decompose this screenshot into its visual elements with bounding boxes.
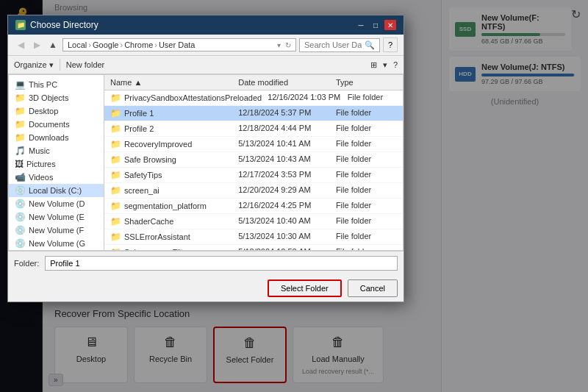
organize-label: Organize ▾ (14, 60, 54, 70)
tree-item-local-c[interactable]: 💿 Local Disk (C:) (9, 184, 104, 197)
dialog-title-text: Choose Directory (30, 20, 98, 30)
file-date-9: 5/13/2024 10:30 AM (235, 230, 333, 243)
file-row-0[interactable]: 📁 PrivacySandboxAttestationsPreloaded 12… (104, 90, 403, 106)
back-button[interactable]: ◀ (14, 38, 27, 51)
tree-item-desktop[interactable]: 📁 Desktop (9, 104, 104, 118)
tree-icon-docs: 📁 (15, 119, 26, 129)
file-type-7: File folder (333, 199, 400, 213)
file-name-4: Safe Browsing (124, 155, 176, 164)
tree-item-vol-d[interactable]: 💿 New Volume (D (9, 197, 104, 210)
file-list-panel: Name ▲ Date modified Type 📁 PrivacySandb… (104, 75, 403, 250)
file-cell-name-6: 📁 screen_ai (107, 184, 235, 197)
file-type-9: File folder (333, 230, 400, 243)
file-browser: 💻 This PC 📁 3D Objects 📁 Desktop 📁 Docum… (8, 74, 404, 251)
tree-icon-pictures: 🖼 (15, 159, 24, 169)
file-type-6: File folder (333, 184, 400, 197)
file-type-10: File folder (333, 246, 400, 250)
folder-icon-3: 📁 (110, 139, 121, 149)
maximize-button[interactable]: □ (370, 20, 381, 30)
refresh-small-icon: ↻ (285, 41, 291, 49)
file-date-10: 5/13/2024 10:50 AM (235, 246, 333, 250)
col-type[interactable]: Type (333, 76, 400, 88)
action-row: Select Folder Cancel (8, 275, 404, 302)
new-folder-label: New folder (66, 60, 105, 69)
col-name-label: Name (110, 78, 132, 87)
tree-icon-vol-d: 💿 (15, 199, 26, 209)
file-name-10: Subresource Filter (124, 248, 190, 250)
select-folder-button[interactable]: Select Folder (268, 279, 342, 297)
search-box[interactable]: 🔍 (299, 38, 380, 52)
file-date-1: 12/18/2024 5:37 PM (235, 107, 333, 120)
tree-item-videos[interactable]: 📹 Videos (9, 171, 104, 184)
folder-icon-0: 📁 (110, 93, 121, 103)
tree-item-downloads[interactable]: 📁 Downloads (9, 131, 104, 144)
view-button[interactable]: ⊞ (370, 60, 377, 70)
breadcrumb-bar[interactable]: Local › Google › Chrome › User Data ▾ ↻ (62, 38, 296, 51)
file-row-8[interactable]: 📁 ShaderCache 5/13/2024 10:40 AM File fo… (104, 214, 403, 229)
tree-item-music[interactable]: 🎵 Music (9, 144, 104, 157)
tree-item-vol-f[interactable]: 💿 New Volume (F (9, 224, 104, 237)
file-date-7: 12/16/2024 4:25 PM (235, 199, 333, 213)
folder-input[interactable] (45, 256, 398, 271)
tree-label-videos: Videos (29, 173, 53, 182)
tree-item-3d[interactable]: 📁 3D Objects (9, 91, 104, 104)
file-row-9[interactable]: 📁 SSLErrorAssistant 5/13/2024 10:30 AM F… (104, 229, 403, 245)
file-cell-name-10: 📁 Subresource Filter (107, 246, 235, 250)
file-name-9: SSLErrorAssistant (124, 232, 190, 241)
close-button[interactable]: ✕ (384, 20, 396, 30)
folder-label: Folder: (14, 259, 39, 268)
file-name-8: ShaderCache (124, 217, 173, 226)
file-cell-name-3: 📁 RecoveryImproved (107, 138, 235, 151)
folder-icon-10: 📁 (110, 247, 121, 250)
file-name-0: PrivacySandboxAttestationsPreloaded (124, 93, 262, 102)
breadcrumb-sep-1: › (120, 40, 123, 49)
forward-button[interactable]: ▶ (30, 38, 43, 51)
file-row-10[interactable]: 📁 Subresource Filter 5/13/2024 10:50 AM … (104, 245, 403, 250)
tree-label-vol-e: New Volume (E (29, 213, 85, 221)
folder-icon-8: 📁 (110, 216, 121, 227)
organize-button[interactable]: Organize ▾ (14, 60, 54, 70)
tree-icon-local-c: 💿 (15, 185, 26, 196)
file-row-1[interactable]: 📁 Profile 1 12/18/2024 5:37 PM File fold… (104, 106, 403, 121)
col-date[interactable]: Date modified (235, 76, 333, 88)
help-button[interactable]: ? (383, 38, 398, 52)
file-row-7[interactable]: 📁 segmentation_platform 12/16/2024 4:25 … (104, 199, 403, 214)
search-input[interactable] (304, 40, 362, 49)
col-name[interactable]: Name ▲ (107, 76, 235, 88)
up-button[interactable]: ▲ (46, 38, 60, 51)
breadcrumb-sep-2: › (154, 40, 157, 49)
tree-item-vol-g[interactable]: 💿 New Volume (G (9, 237, 104, 250)
file-row-6[interactable]: 📁 screen_ai 12/20/2024 9:29 AM File fold… (104, 183, 403, 199)
help-info-button[interactable]: ? (393, 60, 398, 69)
new-folder-button[interactable]: New folder (66, 60, 105, 69)
file-list-header: Name ▲ Date modified Type (104, 75, 403, 90)
file-name-5: SafetyTips (124, 171, 162, 179)
tree-label-desktop: Desktop (29, 107, 58, 115)
file-row-3[interactable]: 📁 RecoveryImproved 5/13/2024 10:41 AM Fi… (104, 137, 403, 152)
file-date-0: 12/16/2024 1:03 PM (265, 91, 345, 104)
tree-icon-3d: 📁 (15, 93, 26, 103)
file-row-5[interactable]: 📁 SafetyTips 12/17/2024 3:53 PM File fol… (104, 168, 403, 183)
tree-item-this-pc[interactable]: 💻 This PC (9, 78, 104, 91)
col-type-label: Type (336, 78, 354, 87)
tree-item-vol-e[interactable]: 💿 New Volume (E (9, 210, 104, 224)
nav-bar: ◀ ▶ ▲ Local › Google › Chrome › User Dat… (8, 35, 404, 56)
file-row-2[interactable]: 📁 Profile 2 12/18/2024 4:44 PM File fold… (104, 121, 403, 137)
dialog-titlebar: 📁 Choose Directory ─ □ ✕ (8, 15, 404, 35)
tree-label-pc: This PC (29, 80, 57, 89)
file-type-3: File folder (333, 138, 400, 151)
file-row-4[interactable]: 📁 Safe Browsing 5/13/2024 10:43 AM File … (104, 152, 403, 168)
cancel-button[interactable]: Cancel (348, 279, 398, 297)
tree-icon-videos: 📹 (15, 172, 26, 182)
view-toggle-button[interactable]: ▾ (383, 60, 387, 70)
file-type-8: File folder (333, 215, 400, 228)
minimize-button[interactable]: ─ (355, 20, 367, 30)
file-name-6: screen_ai (124, 186, 159, 195)
tree-item-docs[interactable]: 📁 Documents (9, 118, 104, 131)
folder-icon-1: 📁 (110, 108, 121, 118)
file-cell-name-1: 📁 Profile 1 (107, 107, 235, 120)
title-controls: ─ □ ✕ (355, 20, 396, 30)
toolbar: Organize ▾ New folder ⊞ ▾ ? (8, 56, 404, 74)
tree-item-pictures[interactable]: 🖼 Pictures (9, 157, 104, 171)
folder-icon-9: 📁 (110, 232, 121, 242)
